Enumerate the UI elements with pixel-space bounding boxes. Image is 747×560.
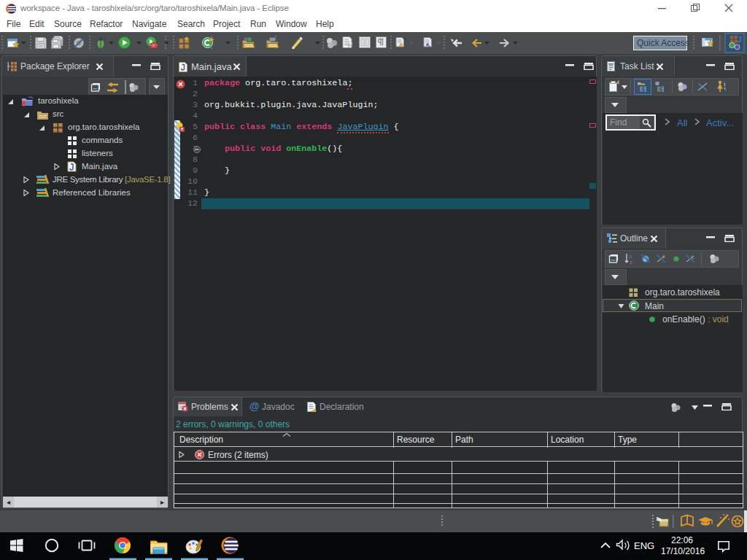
svg-text:z: z — [630, 259, 632, 265]
svg-text:L: L — [692, 254, 694, 260]
svg-text:J: J — [738, 36, 742, 44]
svg-text:s: s — [662, 254, 665, 259]
